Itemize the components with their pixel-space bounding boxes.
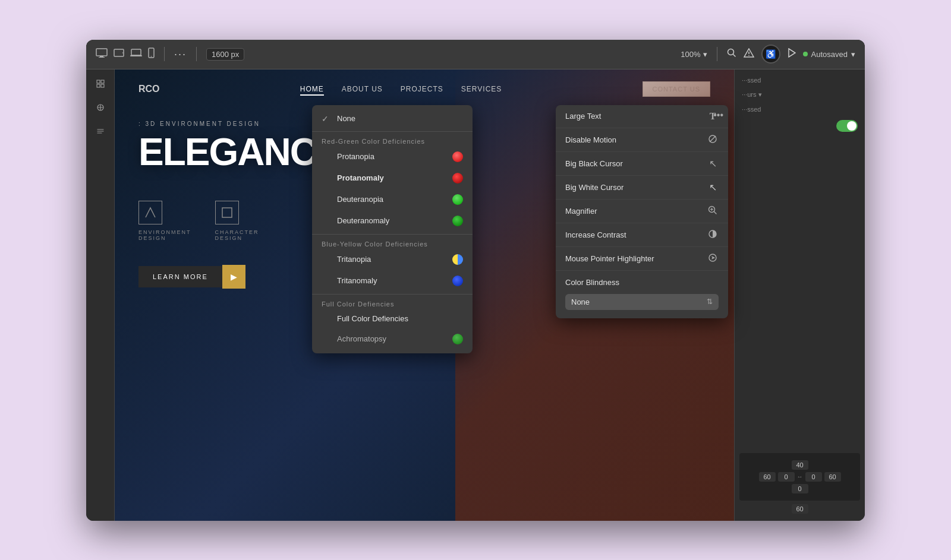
select-arrow-icon: ⇅: [707, 298, 713, 306]
dropdown-item-deuteranomaly[interactable]: Deuteranomaly: [312, 210, 473, 232]
preview-icon[interactable]: [788, 48, 796, 60]
contact-button[interactable]: CONTACT US: [643, 81, 711, 97]
environment-label: ENVIRONMENTDESIGN: [138, 229, 191, 241]
panel-more-icon[interactable]: •••: [713, 110, 723, 121]
nav-link-home[interactable]: HOME: [300, 85, 324, 93]
toolbar: ··· 1600 px 100% ▾ ♿: [86, 40, 865, 69]
num-bottom[interactable]: 0: [792, 484, 808, 493]
dropdown-item-full-color[interactable]: Full Color Defiencies: [312, 309, 473, 328]
right-panel-label-3: ···ssed: [742, 106, 761, 113]
right-panel-label-1: ···ssed: [742, 77, 761, 84]
svg-rect-2: [99, 57, 105, 58]
left-panel-icon-1[interactable]: [91, 74, 110, 93]
nav-link-projects[interactable]: PROJECTS: [401, 85, 443, 93]
dropdown-item-protanopia[interactable]: Protanopia: [312, 146, 473, 167]
website-nav-links: HOME ABOUT US PROJECTS SERVICES: [184, 85, 619, 93]
tritanopia-color: [452, 254, 463, 265]
num-left[interactable]: 0: [778, 472, 795, 482]
protanopia-color: [452, 151, 463, 162]
svg-marker-29: [711, 256, 715, 260]
nav-link-about[interactable]: ABOUT US: [342, 85, 383, 93]
right-panel: ···ssed ···urs ▾ ···ssed 40 60 0: [734, 69, 865, 521]
svg-line-24: [714, 211, 717, 214]
dropdown-item-tritanomaly[interactable]: Tritanomaly: [312, 270, 473, 292]
right-panel-label-2: ···urs ▾: [742, 91, 762, 99]
a11y-panel: ••• Large Text T Disable Motion Big Blac…: [556, 105, 728, 318]
svg-line-22: [710, 136, 716, 142]
dropdown-section-red-green: Red-Green Color Deficiencies: [312, 134, 473, 146]
dropdown-label-deuteranomaly: Deuteranomaly: [337, 216, 446, 225]
tablet-landscape-icon[interactable]: [114, 49, 124, 59]
cta-text[interactable]: LEARN MORE: [138, 266, 222, 287]
warning-icon[interactable]: [744, 48, 754, 60]
num-side-right[interactable]: 60: [824, 472, 841, 482]
nav-link-services[interactable]: SERVICES: [461, 85, 502, 93]
left-panel-icon-2[interactable]: [91, 98, 110, 117]
a11y-item-big-white-cursor[interactable]: Big White Cursor ↖: [556, 176, 728, 200]
dropdown-section-blue-yellow: Blue-Yellow Color Deficiencies: [312, 237, 473, 249]
website-logo: RCO: [138, 84, 160, 94]
dropdown-label-protanopia: Protanopia: [337, 152, 446, 161]
svg-point-12: [748, 55, 750, 56]
autosaved-status: Autosaved ▾: [803, 50, 855, 59]
more-options-icon[interactable]: ···: [174, 48, 187, 61]
a11y-item-magnifier[interactable]: Magnifier: [556, 200, 728, 223]
a11y-item-increase-contrast[interactable]: Increase Contrast: [556, 223, 728, 247]
canvas-width[interactable]: 1600 px: [206, 48, 244, 61]
dropdown-item-tritanopia[interactable]: Tritanopia: [312, 249, 473, 270]
dropdown-item-deuteranopia[interactable]: Deuteranopia: [312, 189, 473, 210]
big-black-cursor-icon: ↖: [707, 158, 719, 169]
left-panel-icon-3[interactable]: [91, 122, 110, 141]
toolbar-separator-1: [164, 47, 165, 61]
num-row-middle: 60 0 ↔ 0 60: [744, 472, 855, 482]
cta-arrow[interactable]: ▶: [222, 265, 245, 289]
search-icon[interactable]: [727, 48, 736, 60]
feature-environment: ENVIRONMENTDESIGN: [138, 201, 191, 241]
toggle-switch[interactable]: [836, 120, 858, 132]
accessibility-button[interactable]: ♿: [761, 45, 780, 64]
toolbar-separator-3: [717, 47, 717, 61]
desktop-icon[interactable]: [96, 48, 108, 60]
svg-rect-1: [100, 56, 103, 57]
character-icon: [215, 201, 239, 224]
a11y-item-disable-motion[interactable]: Disable Motion: [556, 128, 728, 152]
svg-rect-6: [130, 55, 142, 56]
color-blindness-header: Color Blindness: [556, 271, 728, 290]
svg-rect-14: [101, 80, 104, 83]
protanomaly-color: [452, 173, 463, 183]
dropdown-item-none[interactable]: ✓ None: [312, 109, 473, 129]
num-row-footer: 60: [739, 504, 860, 514]
svg-point-4: [122, 52, 124, 53]
disable-motion-icon: [707, 134, 719, 145]
tritanomaly-color: [452, 276, 463, 286]
color-blindness-select[interactable]: None ⇅: [565, 294, 719, 310]
a11y-item-big-black-cursor[interactable]: Big Black Cursor ↖: [556, 152, 728, 176]
num-right[interactable]: 0: [805, 472, 822, 482]
laptop-icon[interactable]: [130, 49, 142, 60]
svg-rect-0: [96, 49, 107, 56]
zoom-level[interactable]: 100% ▾: [681, 50, 707, 59]
environment-icon: [138, 201, 162, 224]
left-panel: [86, 69, 115, 521]
dropdown-label-full-color: Full Color Defiencies: [337, 314, 463, 323]
a11y-item-mouse-pointer-highlighter[interactable]: Mouse Pointer Highlighter: [556, 247, 728, 271]
num-side-left[interactable]: 60: [759, 472, 776, 482]
website-nav: RCO HOME ABOUT US PROJECTS SERVICES CONT…: [115, 69, 734, 109]
app-window: ··· 1600 px 100% ▾ ♿: [86, 40, 865, 521]
dropdown-divider-2: [312, 234, 473, 235]
big-white-cursor-icon: ↖: [707, 182, 719, 193]
color-blindness-dropdown: ✓ None Red-Green Color Deficiencies Prot…: [312, 105, 473, 353]
svg-rect-13: [97, 80, 100, 83]
dropdown-item-protanomaly[interactable]: Protanomaly: [312, 167, 473, 189]
a11y-item-large-text[interactable]: Large Text T: [556, 105, 728, 128]
character-label: CHARACTERDESIGN: [215, 229, 259, 241]
dropdown-item-achromatopsy[interactable]: Achromatopsy: [312, 328, 473, 350]
dropdown-label-tritanopia: Tritanopia: [337, 255, 446, 264]
num-footer[interactable]: 60: [792, 504, 808, 514]
toolbar-separator-2: [196, 47, 197, 61]
numbers-panel: 40 60 0 ↔ 0 60 0 60: [739, 453, 860, 516]
num-row-top: 40: [744, 460, 855, 470]
mobile-icon[interactable]: [148, 48, 155, 61]
num-top[interactable]: 40: [792, 460, 808, 470]
num-row-bottom: 0: [744, 484, 855, 493]
